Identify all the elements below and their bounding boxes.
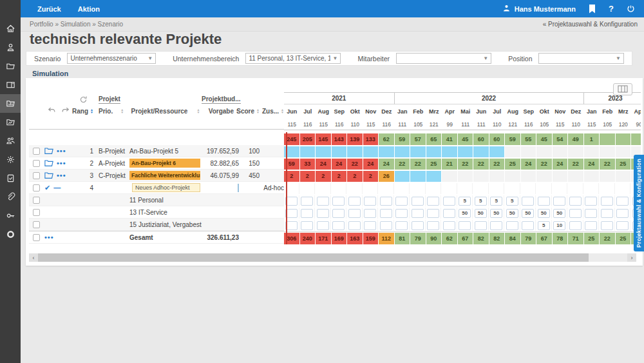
row-checkbox[interactable] [33, 160, 40, 167]
sidebar-item-simulation[interactable] [0, 94, 21, 113]
capacity-input[interactable] [585, 209, 597, 218]
capacity-input[interactable]: 50 [490, 209, 502, 218]
sidebar-item-home[interactable] [0, 19, 21, 38]
capacity-input[interactable] [585, 221, 597, 230]
capacity-input[interactable] [348, 197, 361, 206]
position-select[interactable]: ▼ [538, 53, 624, 64]
capacity-input[interactable] [380, 197, 392, 206]
row-menu-icon[interactable]: ••• [57, 173, 66, 178]
capacity-input[interactable] [317, 197, 329, 206]
capacity-input[interactable] [522, 197, 534, 206]
logout-icon[interactable] [627, 5, 635, 13]
capacity-input[interactable] [332, 197, 345, 206]
capacity-input[interactable]: 50 [475, 209, 487, 218]
capacity-input[interactable] [332, 209, 345, 218]
capacity-input[interactable] [569, 209, 582, 218]
scroll-right-icon[interactable]: › [627, 253, 636, 262]
adhoc-name-input[interactable]: Neues Adhoc-Projekt [132, 183, 200, 192]
capacity-input[interactable] [569, 221, 582, 230]
sidebar-item-team[interactable] [0, 132, 21, 150]
capacity-input[interactable] [443, 197, 455, 206]
column-header-rang[interactable]: Rang▲▼ [73, 108, 93, 115]
capacity-input[interactable] [412, 221, 424, 230]
capacity-input[interactable] [538, 197, 550, 206]
sidebar-item-settings[interactable] [0, 150, 21, 169]
capacity-input[interactable] [443, 221, 455, 230]
capacity-input[interactable] [616, 221, 629, 230]
scrollbar-thumb[interactable] [38, 253, 589, 262]
capacity-input[interactable] [585, 197, 597, 206]
capacity-input[interactable] [380, 221, 392, 230]
projektauswahl-link[interactable]: « Projektauswahl & Konfiguration [543, 21, 638, 28]
capacity-input[interactable] [601, 221, 613, 230]
horizontal-scrollbar[interactable]: ‹ › [29, 253, 636, 262]
sidebar-item-analysis[interactable] [0, 113, 21, 132]
szenario-select[interactable]: Unternehmensszenario▼ [67, 53, 156, 64]
sidebar-item-attachments[interactable] [0, 188, 21, 206]
capacity-input[interactable] [395, 221, 408, 230]
redo-icon[interactable] [61, 105, 70, 117]
column-header-vorgabe[interactable]: Vorgabe▲▼ [202, 108, 239, 115]
capacity-input[interactable]: 5 [459, 197, 471, 206]
capacity-input[interactable]: 50 [553, 209, 565, 218]
row-checkbox[interactable] [33, 234, 40, 241]
capacity-input[interactable]: 5 [506, 197, 518, 206]
capacity-input[interactable] [553, 197, 565, 206]
capacity-input[interactable] [601, 209, 613, 218]
row-menu-icon[interactable]: ••• [44, 235, 54, 240]
capacity-input[interactable]: 50 [459, 209, 471, 218]
capacity-input[interactable] [317, 209, 329, 218]
capacity-input[interactable] [569, 197, 582, 206]
sidebar-item-tasks[interactable] [0, 169, 21, 188]
capacity-input[interactable] [317, 221, 329, 230]
capacity-input[interactable]: 50 [506, 209, 518, 218]
capacity-input[interactable]: 5 [475, 197, 487, 206]
capacity-input[interactable] [427, 209, 439, 218]
capacity-input[interactable] [427, 197, 439, 206]
remove-icon[interactable]: — [53, 184, 61, 191]
capacity-input[interactable] [522, 221, 534, 230]
back-button[interactable]: Zurück [37, 5, 61, 13]
capacity-input[interactable] [475, 221, 487, 230]
capacity-input[interactable] [490, 221, 502, 230]
capacity-input[interactable] [301, 221, 313, 230]
row-menu-icon[interactable]: ••• [57, 161, 66, 166]
capacity-input[interactable]: 50 [522, 209, 534, 218]
vorgabe-input[interactable] [238, 184, 239, 192]
capacity-input[interactable] [380, 209, 392, 218]
capacity-input[interactable] [301, 197, 313, 206]
user-menu[interactable]: Hans Mustermann [502, 4, 576, 14]
capacity-input[interactable] [348, 221, 361, 230]
projektauswahl-konfiguration-tab[interactable]: Projektauswahl & Konfiguration [634, 155, 644, 251]
capacity-input[interactable] [443, 209, 455, 218]
capacity-input[interactable] [332, 221, 345, 230]
column-header-prio[interactable]: Prio.▲▼ [93, 108, 126, 115]
capacity-input[interactable] [412, 209, 424, 218]
capacity-input[interactable]: 5 [538, 221, 550, 230]
scroll-left-icon[interactable]: ‹ [29, 253, 38, 262]
column-header-projekt-ressource[interactable]: Projekt/Ressource▲▼ [126, 108, 202, 115]
sidebar-item-user[interactable] [0, 38, 21, 57]
confirm-icon[interactable]: ✔ [44, 184, 50, 192]
capacity-input[interactable] [348, 209, 361, 218]
action-menu-button[interactable]: Aktion [78, 5, 100, 13]
row-checkbox[interactable] [33, 221, 40, 228]
row-checkbox[interactable] [33, 197, 40, 204]
row-checkbox[interactable] [33, 184, 40, 191]
capacity-input[interactable] [301, 209, 313, 218]
capacity-input[interactable] [412, 197, 424, 206]
column-settings-button[interactable] [613, 83, 632, 95]
breadcrumb[interactable]: Portfolio » Simulation » Szenario [30, 21, 123, 28]
capacity-input[interactable] [364, 209, 376, 218]
column-header-score[interactable]: Score▲▼ [239, 108, 260, 115]
capacity-input[interactable]: 5 [490, 197, 502, 206]
capacity-input[interactable] [395, 197, 408, 206]
refresh-icon[interactable] [73, 95, 93, 104]
capacity-input[interactable] [364, 221, 376, 230]
capacity-input[interactable] [616, 209, 629, 218]
row-checkbox[interactable] [33, 148, 40, 155]
bookmark-icon[interactable] [589, 5, 596, 14]
capacity-input[interactable] [601, 197, 613, 206]
sidebar-item-system[interactable] [0, 225, 21, 244]
undo-icon[interactable] [47, 105, 56, 117]
